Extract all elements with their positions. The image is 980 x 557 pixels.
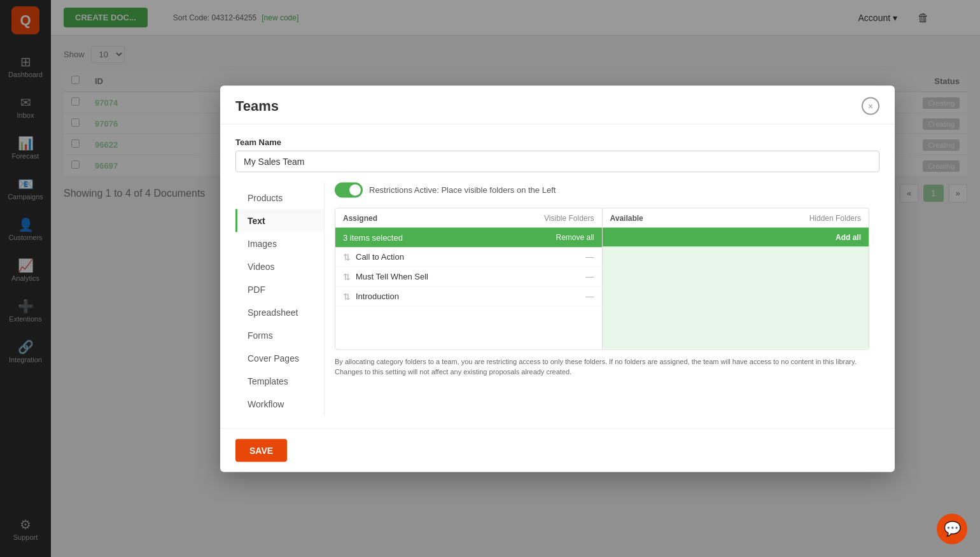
folders-container: Assigned Visible Folders 3 items selecte… bbox=[335, 208, 869, 349]
modal-footer: SAVE bbox=[220, 428, 895, 472]
folder-note: By allocating category folders to a team… bbox=[335, 356, 869, 377]
hidden-folders-label: Hidden Folders bbox=[809, 213, 861, 222]
nav-item-pdf[interactable]: PDF bbox=[235, 278, 324, 300]
assigned-panel: Assigned Visible Folders 3 items selecte… bbox=[335, 208, 603, 349]
drag-handle-icon: ⇅ bbox=[343, 271, 351, 281]
save-button[interactable]: SAVE bbox=[235, 439, 287, 462]
remove-item-button[interactable]: — bbox=[586, 272, 594, 281]
nav-item-products[interactable]: Products bbox=[235, 186, 324, 209]
assigned-header: Assigned Visible Folders bbox=[335, 208, 602, 227]
nav-item-text[interactable]: Text bbox=[235, 209, 324, 232]
team-name-input[interactable] bbox=[235, 150, 879, 172]
modal-close-button[interactable]: × bbox=[862, 97, 879, 115]
modal-content-area: Products Text Images Videos PDF Spreadsh… bbox=[235, 182, 879, 415]
modal-body: Team Name Products Text Images Videos PD… bbox=[220, 124, 895, 428]
add-all-button[interactable]: Add all bbox=[836, 232, 861, 241]
visible-folders-label: Visible Folders bbox=[544, 213, 594, 222]
remove-all-button[interactable]: Remove all bbox=[556, 233, 594, 242]
modal-header: Teams × bbox=[220, 85, 895, 124]
remove-item-button[interactable]: — bbox=[586, 252, 594, 262]
folder-item-name: Must Tell When Sell bbox=[356, 272, 428, 281]
team-name-label: Team Name bbox=[235, 137, 879, 146]
assigned-folder-item: ⇅Introduction— bbox=[335, 286, 602, 306]
folder-item-name: Call to Action bbox=[356, 252, 404, 262]
assigned-label: Assigned bbox=[343, 213, 377, 222]
teams-modal: Teams × Team Name Products Text Images V… bbox=[220, 85, 895, 472]
selected-count: 3 items selected bbox=[343, 232, 403, 242]
remove-item-button[interactable]: — bbox=[586, 292, 594, 301]
available-panel: Available Hidden Folders Add all bbox=[603, 208, 869, 349]
nav-item-spreadsheet[interactable]: Spreadsheet bbox=[235, 300, 324, 323]
folder-item-name: Introduction bbox=[356, 292, 399, 301]
chat-bubble-button[interactable]: 💬 bbox=[937, 514, 967, 544]
restrictions-toggle[interactable] bbox=[335, 182, 363, 197]
modal-nav: Products Text Images Videos PDF Spreadsh… bbox=[235, 182, 325, 415]
drag-handle-icon: ⇅ bbox=[343, 291, 351, 301]
nav-item-forms[interactable]: Forms bbox=[235, 323, 324, 346]
drag-handle-icon: ⇅ bbox=[343, 251, 351, 262]
nav-item-workflow[interactable]: Workflow bbox=[235, 392, 324, 415]
nav-item-templates[interactable]: Templates bbox=[235, 369, 324, 392]
assigned-folder-item: ⇅Call to Action— bbox=[335, 247, 602, 267]
toggle-row: Restrictions Active: Place visible folde… bbox=[335, 182, 869, 197]
nav-item-cover-pages[interactable]: Cover Pages bbox=[235, 346, 324, 369]
assigned-folder-item: ⇅Must Tell When Sell— bbox=[335, 267, 602, 286]
toggle-label: Restrictions Active: Place visible folde… bbox=[369, 185, 556, 195]
chat-icon: 💬 bbox=[944, 521, 961, 537]
nav-item-images[interactable]: Images bbox=[235, 232, 324, 255]
modal-title: Teams bbox=[235, 97, 279, 114]
modal-panel: Restrictions Active: Place visible folde… bbox=[325, 182, 879, 415]
assigned-folder-list: ⇅Call to Action—⇅Must Tell When Sell—⇅In… bbox=[335, 247, 602, 349]
available-header: Available Hidden Folders bbox=[603, 208, 869, 227]
add-all-bar: Add all bbox=[603, 227, 869, 246]
available-label: Available bbox=[610, 213, 643, 222]
available-folder-list bbox=[603, 246, 869, 348]
nav-item-videos[interactable]: Videos bbox=[235, 255, 324, 278]
selected-bar: 3 items selected Remove all bbox=[335, 227, 602, 247]
